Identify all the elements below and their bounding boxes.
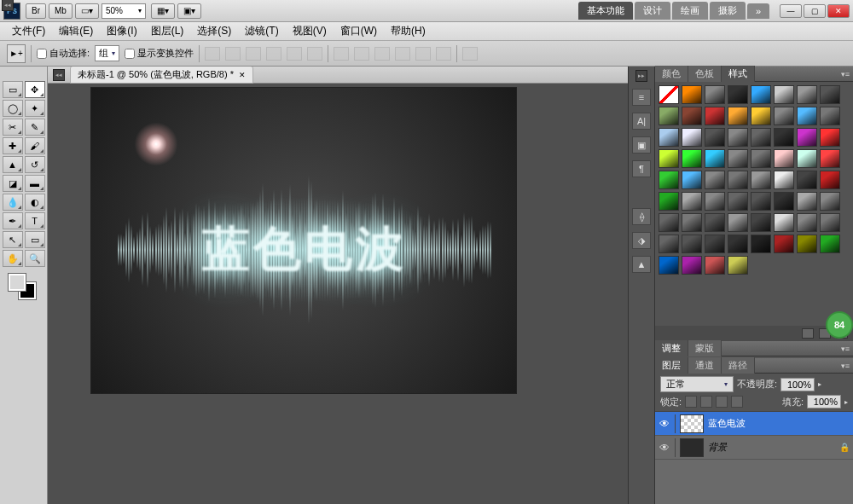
style-swatch[interactable] <box>751 192 771 211</box>
lock-position-icon[interactable] <box>716 396 728 408</box>
menu-filter[interactable]: 滤镜(T) <box>238 22 285 40</box>
eyedropper-tool[interactable]: ✎ <box>25 119 45 136</box>
style-swatch[interactable] <box>705 149 725 168</box>
style-swatch[interactable] <box>682 192 702 211</box>
distribute-icon[interactable] <box>436 47 451 61</box>
style-swatch[interactable] <box>797 85 817 104</box>
style-swatch[interactable] <box>682 85 702 104</box>
style-swatch[interactable] <box>820 149 840 168</box>
document-close-icon[interactable]: ✕ <box>239 71 246 79</box>
gradient-tool[interactable]: ▬ <box>25 175 45 192</box>
clear-style-icon[interactable] <box>802 328 814 339</box>
style-swatch[interactable] <box>820 171 840 189</box>
visibility-icon[interactable]: 👁 <box>659 442 670 454</box>
menu-file[interactable]: 文件(F) <box>5 22 52 40</box>
style-swatch[interactable] <box>774 171 794 189</box>
style-swatch[interactable] <box>705 85 725 104</box>
style-swatch[interactable] <box>774 128 794 147</box>
lock-all-icon[interactable] <box>731 396 743 408</box>
transform-controls-checkbox[interactable]: 显示变换控件 <box>125 47 194 60</box>
auto-select-checkbox[interactable]: 自动选择: <box>37 47 90 60</box>
layers-tab[interactable]: 图层 <box>655 357 688 374</box>
style-swatch[interactable] <box>705 107 725 125</box>
arrange-button[interactable]: ▦▾ <box>151 3 175 19</box>
expand-icon[interactable]: ▸▸ <box>635 70 647 82</box>
style-swatch[interactable] <box>728 235 748 253</box>
align-icon[interactable] <box>307 47 322 61</box>
styles-tab[interactable]: 样式 <box>722 66 755 82</box>
info-panel-icon[interactable]: ▲ <box>632 256 651 273</box>
lasso-tool[interactable]: ◯ <box>3 100 23 117</box>
masks-tab[interactable]: 蒙版 <box>688 340 722 356</box>
distribute-icon[interactable] <box>395 47 410 61</box>
panel-menu-icon[interactable]: ▾≡ <box>841 70 850 78</box>
histogram-panel-icon[interactable]: ⬗ <box>632 232 651 249</box>
style-swatch[interactable] <box>751 85 771 104</box>
current-tool-icon[interactable]: ►+ <box>7 44 26 63</box>
style-swatch[interactable] <box>797 235 817 253</box>
style-swatch[interactable] <box>682 128 702 147</box>
path-tool[interactable]: ↖ <box>3 231 23 248</box>
layer-name[interactable]: 蓝色电波 <box>708 417 746 430</box>
style-swatch[interactable] <box>705 128 725 147</box>
screenmode-button[interactable]: ▭▾ <box>75 3 99 19</box>
style-swatch[interactable] <box>705 192 725 211</box>
style-swatch[interactable] <box>797 128 817 147</box>
style-swatch[interactable] <box>728 85 748 104</box>
eraser-tool[interactable]: ◪ <box>3 175 23 192</box>
workspace-photography[interactable]: 摄影 <box>710 2 746 20</box>
lock-pixels-icon[interactable] <box>700 396 712 408</box>
style-swatch[interactable] <box>820 213 840 232</box>
hand-tool[interactable]: ✋ <box>3 250 23 267</box>
marquee-tool[interactable]: ▭ <box>3 81 23 98</box>
style-swatch[interactable] <box>751 107 771 125</box>
style-swatch[interactable] <box>705 235 725 253</box>
align-icon[interactable] <box>287 47 302 61</box>
pen-tool[interactable]: ✒ <box>3 212 23 229</box>
workspace-more[interactable]: » <box>747 3 769 19</box>
foreground-color-swatch[interactable] <box>9 274 26 291</box>
dodge-tool[interactable]: ◐ <box>25 194 45 211</box>
align-icon[interactable] <box>266 47 281 61</box>
blur-tool[interactable]: 💧 <box>3 194 23 211</box>
color-tab[interactable]: 颜色 <box>655 66 688 82</box>
style-swatch[interactable] <box>797 107 817 125</box>
distribute-icon[interactable] <box>415 47 431 61</box>
close-button[interactable]: ✕ <box>827 4 850 18</box>
crop-tool[interactable]: ✂ <box>3 119 23 136</box>
blend-mode-dropdown[interactable]: 正常 <box>660 376 734 392</box>
zoom-tool[interactable]: 🔍 <box>25 250 45 267</box>
panel-menu-icon[interactable]: ▾≡ <box>841 345 850 353</box>
style-swatch[interactable] <box>659 171 679 189</box>
align-icon[interactable] <box>246 47 261 61</box>
style-swatch[interactable] <box>728 149 748 168</box>
distribute-icon[interactable] <box>374 47 390 61</box>
style-swatch[interactable] <box>682 256 702 275</box>
style-swatch[interactable] <box>659 256 679 275</box>
style-swatch[interactable] <box>728 213 748 232</box>
style-swatch[interactable] <box>705 213 725 232</box>
menu-window[interactable]: 窗口(W) <box>334 22 384 40</box>
menu-select[interactable]: 选择(S) <box>190 22 238 40</box>
panel-menu-icon[interactable]: ▾≡ <box>841 362 850 370</box>
brush-tool[interactable]: 🖌 <box>25 137 45 154</box>
history-brush-tool[interactable]: ↺ <box>25 156 45 173</box>
auto-align-icon[interactable] <box>462 47 478 61</box>
style-swatch[interactable] <box>659 128 679 147</box>
style-swatch[interactable] <box>682 149 702 168</box>
brush-panel-icon[interactable]: ≡ <box>632 89 651 106</box>
menu-view[interactable]: 视图(V) <box>286 22 334 40</box>
clone-panel-icon[interactable]: ▣ <box>632 136 651 154</box>
menu-edit[interactable]: 编辑(E) <box>52 22 100 40</box>
notification-badge[interactable]: 84 <box>826 311 853 339</box>
fill-field[interactable]: 100% <box>807 395 841 408</box>
stamp-tool[interactable]: ▲ <box>3 156 23 173</box>
lock-transparency-icon[interactable] <box>685 396 697 408</box>
style-swatch[interactable] <box>728 128 748 147</box>
channels-tab[interactable]: 通道 <box>688 357 722 374</box>
style-swatch[interactable] <box>751 213 771 232</box>
style-swatch[interactable] <box>659 235 679 253</box>
style-swatch[interactable] <box>797 171 817 189</box>
style-swatch[interactable] <box>820 192 840 211</box>
opacity-field[interactable]: 100% <box>780 378 815 391</box>
